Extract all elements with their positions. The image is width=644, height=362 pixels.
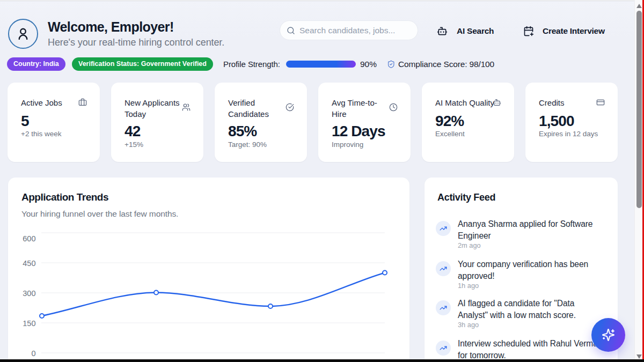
svg-text:450: 450 bbox=[23, 259, 35, 268]
svg-text:600: 600 bbox=[23, 234, 35, 243]
svg-text:150: 150 bbox=[23, 319, 35, 328]
svg-text:300: 300 bbox=[23, 289, 35, 298]
svg-text:0: 0 bbox=[31, 349, 35, 358]
